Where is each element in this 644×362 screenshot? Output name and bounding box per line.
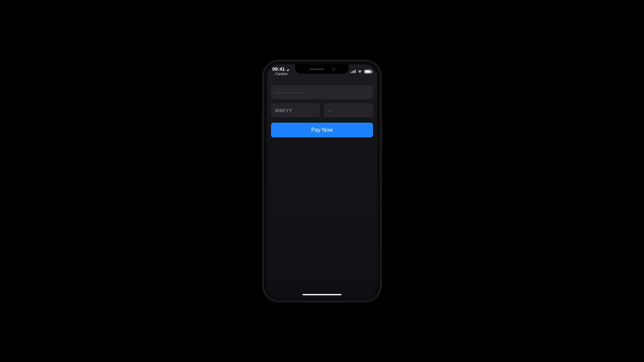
- status-time-row: 09:41: [272, 66, 289, 72]
- location-arrow-icon: [286, 67, 289, 71]
- cellular-signal-icon: [351, 70, 356, 73]
- battery-full-icon: [364, 70, 372, 73]
- pay-now-label: Pay Now: [311, 127, 333, 133]
- screen: 09:41 Camera: [267, 64, 377, 298]
- payment-form: Pay Now: [271, 85, 373, 137]
- wifi-icon: [358, 68, 362, 74]
- expiry-field[interactable]: [271, 103, 320, 117]
- card-number-field[interactable]: [271, 85, 373, 99]
- status-time: 09:41: [272, 66, 285, 72]
- status-left: 09:41 Camera: [272, 66, 289, 76]
- chevron-left-icon: [272, 73, 274, 75]
- status-right: [351, 66, 372, 74]
- cvc-field[interactable]: [324, 103, 373, 117]
- expiry-input[interactable]: [275, 108, 316, 113]
- status-bar: 09:41 Camera: [267, 64, 377, 78]
- home-indicator[interactable]: [303, 294, 341, 295]
- breadcrumb-label: Camera: [275, 72, 287, 76]
- cvc-input[interactable]: [328, 108, 369, 113]
- card-number-input[interactable]: [275, 89, 369, 95]
- stage: 09:41 Camera: [0, 0, 644, 362]
- expiry-cvc-row: [271, 103, 373, 117]
- pay-now-button[interactable]: Pay Now: [271, 123, 373, 137]
- return-to-app-breadcrumb[interactable]: Camera: [272, 72, 287, 76]
- device-frame: 09:41 Camera: [263, 60, 381, 302]
